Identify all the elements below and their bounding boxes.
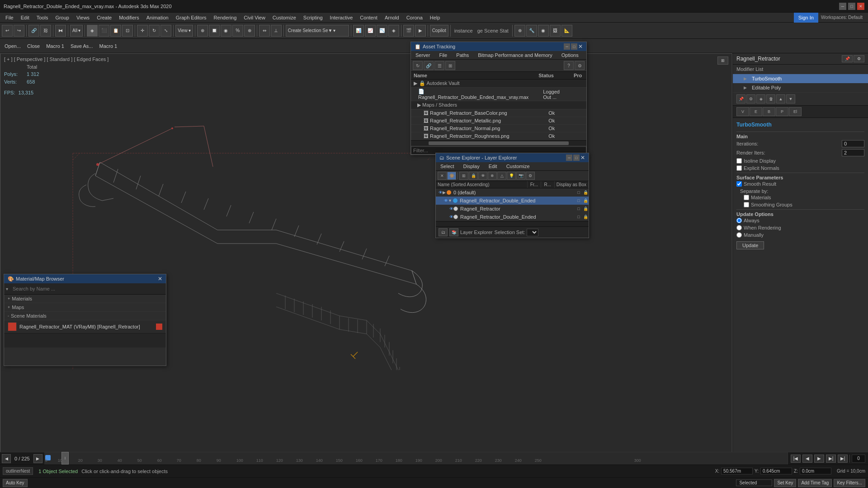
macro1-button-1[interactable]: Macro 1	[43, 42, 67, 50]
menu-edit[interactable]: Edit	[17, 14, 33, 21]
menu-animation[interactable]: Animation	[143, 14, 172, 21]
timeline-next-button[interactable]: ▶	[33, 454, 42, 463]
asset-panel-minimize-button[interactable]: ─	[564, 43, 570, 50]
material-search-input[interactable]	[10, 285, 164, 293]
pivot-button[interactable]: ⊕	[197, 25, 208, 37]
always-radio[interactable]	[736, 218, 742, 223]
viewport[interactable]: [ + ] [ Perspective ] [ Standard ] [ Edg…	[0, 53, 732, 465]
asset-settings-button[interactable]: ⚙	[575, 61, 585, 70]
menu-file[interactable]: File	[2, 14, 17, 21]
scene-menu-select[interactable]: Select	[436, 162, 459, 170]
copilot-button[interactable]: Copilot	[430, 25, 448, 37]
select-object-button[interactable]: ◈	[87, 25, 98, 37]
select-name-button[interactable]: 📋	[110, 25, 121, 37]
next-frame-button[interactable]: ▶|	[826, 455, 836, 463]
list-item[interactable]: 👁 ▶ 0 (default) □ 🔒	[436, 188, 589, 197]
scene-filter-button[interactable]: ✕	[438, 172, 447, 180]
menu-content[interactable]: Content	[356, 14, 381, 21]
frame-input[interactable]	[852, 455, 865, 463]
quick-render-button[interactable]: ▶	[415, 25, 426, 37]
materials-checkbox[interactable]	[744, 195, 749, 200]
macro1-button-2[interactable]: Macro 1	[96, 42, 120, 50]
scene-panel-titlebar[interactable]: 🗂 Scene Explorer - Layer Explorer ─ □ ✕	[436, 153, 589, 162]
scene-panel-close-button[interactable]: ✕	[580, 155, 585, 161]
render-iters-input[interactable]	[842, 149, 864, 156]
timeline-prev-button[interactable]: ◀	[2, 454, 11, 463]
manually-radio[interactable]	[736, 232, 742, 238]
modifier-editable-poly[interactable]: ▶ Editable Poly	[733, 83, 868, 92]
vertex-select-button[interactable]: V	[736, 107, 749, 116]
close-button-tb[interactable]: Close	[24, 42, 42, 50]
modifier-turbosmooth[interactable]: ▶ TurboSmooth	[733, 74, 868, 83]
menu-help[interactable]: Help	[426, 14, 444, 21]
asset-thumb-view-button[interactable]: ⊞	[445, 61, 455, 70]
render-frame-button[interactable]: 🖼	[550, 25, 561, 37]
list-item[interactable]: 👁 Ragnell_Retractor □ 🔒	[436, 205, 589, 213]
redo-button[interactable]: ↪	[14, 25, 24, 37]
table-row[interactable]: ▶🔒 Autodesk Vault	[411, 80, 586, 88]
link-button[interactable]: 🔗	[28, 25, 39, 37]
scene-freeze-button[interactable]: ❄	[488, 172, 497, 180]
material-panel-titlebar[interactable]: 🎨 Material/Map Browser ✕	[4, 274, 166, 283]
time-slider[interactable]: I	[61, 452, 69, 465]
close-button[interactable]: ✕	[857, 3, 864, 10]
asset-resolve-button[interactable]: 🔗	[424, 61, 434, 70]
explicit-normals-checkbox[interactable]	[736, 165, 742, 171]
list-item[interactable]: Ragnell_Retractor_MAT (VRayMtl) [Ragnell…	[4, 320, 166, 333]
snap-toggle-button[interactable]: 🔲	[209, 25, 220, 37]
menu-modifiers[interactable]: Modifiers	[115, 14, 143, 21]
scene-menu-display[interactable]: Display	[459, 162, 484, 170]
scene-settings-button[interactable]: ⚙	[526, 172, 535, 180]
scene-materials-section[interactable]: - Scene Materials	[4, 312, 166, 320]
saveas-button[interactable]: Save As...	[68, 42, 96, 50]
edge-select-button[interactable]: E	[750, 107, 762, 116]
scene-type-filter-button[interactable]: 🗂	[439, 228, 448, 236]
selection-set-dropdown[interactable]	[527, 229, 538, 236]
asset-menu-options[interactable]: Options	[557, 51, 583, 59]
mod-pin-icon[interactable]: 📌	[736, 94, 745, 103]
asset-list-view-button[interactable]: ☰	[434, 61, 444, 70]
scale-button[interactable]: ⤡	[160, 25, 171, 37]
table-row[interactable]: 🖼 Ragnell_Retractorr_Normal.png Ok	[411, 125, 586, 132]
key-filters-button[interactable]: Key Filters...	[834, 479, 865, 487]
scene-panel-maximize-button[interactable]: □	[573, 155, 580, 161]
next-key-button[interactable]: ▶|	[838, 455, 848, 463]
smoothing-groups-checkbox[interactable]	[744, 202, 749, 207]
table-row[interactable]: 🖼 Ragnell_Retractorr_Roughness.png Ok	[411, 132, 586, 140]
schematic-view-button[interactable]: 📐	[561, 25, 572, 37]
table-row[interactable]: 🖼 Ragnell_Retractorr_Metallic.png Ok	[411, 117, 586, 125]
smooth-result-checkbox[interactable]	[736, 181, 742, 187]
undo-button[interactable]: ↩	[2, 25, 13, 37]
viewport-maximize-button[interactable]: ⊞	[717, 56, 728, 65]
asset-panel-maximize-button[interactable]: □	[571, 43, 577, 50]
update-button[interactable]: Update	[736, 241, 764, 249]
modifier-settings-button[interactable]: ⚙	[854, 55, 864, 62]
dope-sheet-button[interactable]: 📉	[377, 25, 387, 37]
percent-snap-button[interactable]: %	[232, 25, 243, 37]
timeline-track[interactable]: 0 10 20 30 40 50 60 70 80 90 100 110 120…	[44, 452, 868, 465]
menu-tools[interactable]: Tools	[33, 14, 52, 21]
scene-highlight-button[interactable]: 🔆	[447, 172, 456, 180]
render-scene-button[interactable]: 🎬	[403, 25, 414, 37]
menu-group[interactable]: Group	[52, 14, 73, 21]
polygon-select-button[interactable]: P	[776, 107, 788, 116]
setkey-button[interactable]: Set Key	[774, 479, 796, 487]
asset-menu-bitmap[interactable]: Bitmap Performance and Memory	[473, 51, 557, 59]
scene-camera-button[interactable]: 📷	[516, 172, 525, 180]
modifier-pin-button[interactable]: 📌	[842, 55, 853, 62]
timeline[interactable]: ◀ 0 / 225 ▶ 0 10 20 30 40 50 60 70 80 90…	[0, 452, 868, 465]
minimize-button[interactable]: ─	[839, 3, 846, 10]
prev-key-button[interactable]: |◀	[791, 455, 801, 463]
asset-scrollbar[interactable]	[411, 140, 586, 145]
unlink-button[interactable]: ⛓	[40, 25, 51, 37]
materials-section[interactable]: + Materials	[4, 295, 166, 303]
asset-panel-close-button[interactable]: ✕	[578, 43, 583, 50]
transform-gizmo-button[interactable]: ⊕	[514, 25, 525, 37]
open-button[interactable]: Open...	[2, 42, 24, 50]
move-button[interactable]: ✛	[137, 25, 148, 37]
menu-customize[interactable]: Customize	[269, 14, 300, 21]
scene-scroll-h[interactable]	[436, 221, 589, 226]
menu-interactive[interactable]: Interactive	[326, 14, 357, 21]
mod-move-up-icon[interactable]: ▲	[776, 94, 785, 103]
play-button[interactable]: ▶	[814, 455, 824, 463]
